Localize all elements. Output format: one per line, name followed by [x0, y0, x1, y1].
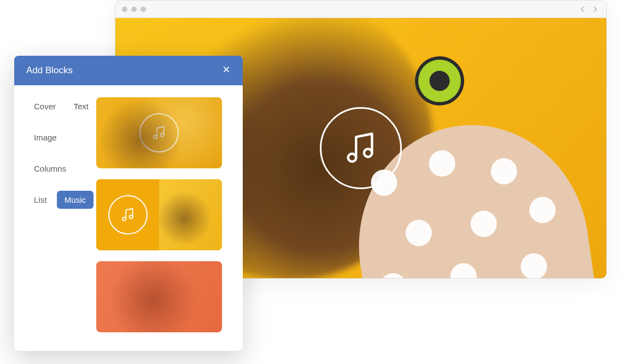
music-note-icon: [120, 207, 136, 223]
close-icon: [222, 65, 231, 74]
preview-play: [108, 195, 148, 234]
block-preview[interactable]: [96, 97, 222, 168]
svg-point-1: [364, 149, 372, 157]
svg-point-0: [348, 154, 356, 162]
block-preview-list: [96, 85, 243, 351]
category-text[interactable]: Text: [66, 97, 96, 115]
close-button[interactable]: [222, 65, 231, 77]
window-dot: [131, 7, 137, 12]
block-preview[interactable]: [96, 261, 222, 332]
category-list[interactable]: List: [26, 191, 54, 209]
window-titlebar: [115, 1, 606, 18]
category-music[interactable]: Music: [57, 191, 93, 209]
chevron-right-icon: [591, 5, 599, 13]
preview-image-thumb: [159, 179, 222, 250]
forward-button[interactable]: [590, 4, 600, 14]
window-dot: [122, 7, 127, 12]
panel-header: Add Blocks: [14, 56, 243, 85]
category-cover[interactable]: Cover: [26, 97, 63, 115]
svg-point-3: [161, 133, 164, 137]
panel-title: Add Blocks: [26, 65, 73, 76]
window-dot: [141, 7, 146, 12]
chevron-left-icon: [579, 5, 587, 13]
category-image[interactable]: Image: [26, 128, 65, 146]
add-blocks-panel: Add Blocks Cover Text Image Columns List…: [14, 56, 243, 351]
category-list: Cover Text Image Columns List Music: [14, 85, 96, 351]
music-note-icon: [151, 125, 167, 141]
svg-point-5: [129, 215, 132, 219]
back-button[interactable]: [578, 4, 588, 14]
category-columns[interactable]: Columns: [26, 160, 74, 178]
traffic-lights: [122, 7, 146, 12]
preview-play: [139, 113, 179, 152]
svg-point-4: [122, 217, 126, 220]
svg-point-2: [154, 135, 157, 138]
music-note-icon: [342, 129, 380, 167]
block-preview[interactable]: [96, 179, 222, 250]
music-play-button[interactable]: [320, 107, 402, 189]
